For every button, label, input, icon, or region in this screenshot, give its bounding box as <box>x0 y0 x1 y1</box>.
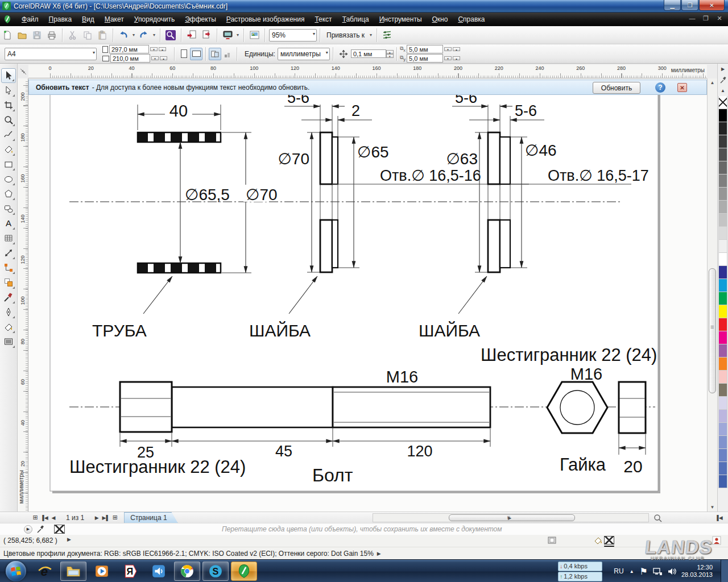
crop-tool[interactable] <box>1 98 16 113</box>
fill-tool[interactable] <box>1 319 16 334</box>
welcome-screen-icon[interactable] <box>247 28 261 42</box>
color-swatch[interactable] <box>718 201 727 214</box>
scroll-up-icon[interactable]: ▲ <box>708 80 717 85</box>
freehand-tool[interactable] <box>1 127 16 142</box>
outline-pen-tool[interactable] <box>1 305 16 319</box>
undo-icon[interactable] <box>117 28 130 42</box>
mdi-restore-icon[interactable]: ❐ <box>702 15 710 22</box>
color-swatch[interactable] <box>718 214 727 227</box>
color-eyedropper-tool[interactable] <box>1 290 16 305</box>
pick-tool[interactable] <box>1 68 16 83</box>
palette-eyedropper-icon[interactable] <box>718 74 728 85</box>
page-tab[interactable]: Страница 1 <box>124 512 177 523</box>
page-height-field[interactable]: 210,0 мм <box>110 54 150 63</box>
basic-shapes-tool[interactable] <box>1 201 16 216</box>
document-palette-flyout-icon[interactable]: ▶ <box>24 525 32 534</box>
docker-collapse-icon[interactable]: ▐◀ <box>714 515 723 521</box>
color-swatch[interactable] <box>718 344 727 357</box>
menu-1[interactable]: Файл <box>16 13 44 26</box>
horizontal-scrollbar[interactable]: ◀ ▶ <box>373 513 649 522</box>
next-page-icon[interactable]: ▶ <box>92 515 101 521</box>
color-swatch[interactable] <box>718 384 727 397</box>
color-swatch[interactable] <box>718 357 727 371</box>
page-width-spinner[interactable]: ▾ <box>150 47 158 51</box>
redo-dropdown-icon[interactable]: ▾ <box>151 32 157 38</box>
document-palette-eyedropper-icon[interactable] <box>37 525 44 533</box>
menu-11[interactable]: Окно <box>427 13 453 26</box>
color-swatch[interactable] <box>718 305 727 318</box>
portrait-button[interactable] <box>177 48 190 60</box>
taskbar-coreldraw[interactable] <box>231 562 257 581</box>
table-tool[interactable] <box>1 231 16 246</box>
vertical-ruler[interactable]: 20018016014012010080604020миллиметры <box>18 78 28 512</box>
snap-dropdown-icon[interactable]: ▾ <box>368 32 374 38</box>
show-desktop-button[interactable] <box>721 560 728 582</box>
new-document-icon[interactable] <box>1 28 14 42</box>
color-swatch[interactable] <box>718 475 727 488</box>
palette-scroll-up-icon[interactable]: ▲ <box>718 85 728 96</box>
blend-tool[interactable] <box>1 275 16 290</box>
mdi-window-buttons[interactable]: — ❐ ✕ <box>688 15 723 22</box>
duplicate-x-spinner[interactable]: ▾ <box>444 47 452 51</box>
undo-dropdown-icon[interactable]: ▾ <box>131 32 136 38</box>
dimension-tool[interactable] <box>1 246 16 260</box>
color-swatch[interactable] <box>718 449 727 462</box>
menu-9[interactable]: Таблица <box>337 13 374 26</box>
import-icon[interactable] <box>185 28 198 42</box>
current-page-button[interactable] <box>221 48 234 60</box>
text-tool[interactable]: A <box>1 216 16 231</box>
open-icon[interactable] <box>15 28 29 42</box>
zoom-level-combo[interactable]: 95% ▾ <box>269 29 317 41</box>
duplicate-y-field[interactable]: 5,0 мм <box>407 54 443 63</box>
close-button[interactable]: ✕ <box>699 0 725 11</box>
nudge-field[interactable]: 0,1 мм <box>351 49 386 58</box>
help-icon[interactable]: ? <box>655 82 665 93</box>
taskbar-volume-mixer[interactable] <box>146 562 172 581</box>
color-swatch[interactable] <box>718 318 727 331</box>
drawing-canvas[interactable]: 40 ∅65,5 ∅70 ТРУБА <box>28 78 707 512</box>
menu-7[interactable]: Растровые изображения <box>221 13 310 26</box>
horizontal-ruler[interactable]: 0204060801001201401601802002202402602803… <box>28 65 707 78</box>
options-icon[interactable] <box>380 28 394 42</box>
language-indicator[interactable]: RU <box>614 567 623 575</box>
zoom-tool[interactable] <box>1 113 16 127</box>
cut-icon[interactable] <box>66 28 80 42</box>
taskbar-chrome[interactable] <box>174 562 200 581</box>
menu-2[interactable]: Правка <box>44 13 77 26</box>
color-swatch[interactable] <box>718 331 727 344</box>
nudge-spinner[interactable]: ▴▾ <box>386 50 394 58</box>
units-combo[interactable]: миллиметры ▾ <box>278 48 330 60</box>
snap-to-label[interactable]: Привязать к <box>323 31 368 39</box>
notification-close-icon[interactable]: ✕ <box>677 83 687 92</box>
rectangle-tool[interactable] <box>1 157 16 172</box>
color-swatch[interactable] <box>718 135 727 148</box>
action-center-flag-icon[interactable]: ⚑ <box>640 566 648 577</box>
duplicate-y-spinner[interactable]: ▾ <box>444 56 452 60</box>
color-swatch[interactable] <box>718 371 727 384</box>
color-swatch[interactable] <box>718 227 727 240</box>
menu-10[interactable]: Инструменты <box>374 13 427 26</box>
interactive-fill-tool[interactable] <box>1 334 16 349</box>
launcher-dropdown-icon[interactable]: ▾ <box>235 32 241 38</box>
menu-4[interactable]: Макет <box>100 13 129 26</box>
polygon-tool[interactable] <box>1 186 16 201</box>
color-swatch[interactable] <box>718 279 727 292</box>
redo-icon[interactable] <box>137 28 151 42</box>
no-color-swatch[interactable] <box>718 96 727 109</box>
page-width-field[interactable]: 297,0 мм <box>109 45 149 53</box>
paste-icon[interactable] <box>96 28 109 42</box>
color-swatch[interactable] <box>718 174 727 188</box>
page-size-combo[interactable]: A4 ▾ <box>5 48 97 60</box>
vertical-scroll-thumb[interactable] <box>709 268 716 393</box>
vertical-scrollbar[interactable]: ▲ ▼ <box>707 78 717 512</box>
ellipse-tool[interactable] <box>1 172 16 186</box>
color-swatch[interactable] <box>718 188 727 201</box>
scroll-right-icon[interactable]: ▶ <box>372 516 647 521</box>
color-swatch[interactable] <box>718 397 727 410</box>
color-swatch[interactable] <box>718 462 727 475</box>
first-page-icon[interactable]: ▐◀ <box>40 515 49 521</box>
connector-tool[interactable] <box>1 260 16 275</box>
previous-page-icon[interactable]: ◀ <box>49 515 58 521</box>
menu-6[interactable]: Эффекты <box>180 13 221 26</box>
color-swatch[interactable] <box>718 109 727 122</box>
